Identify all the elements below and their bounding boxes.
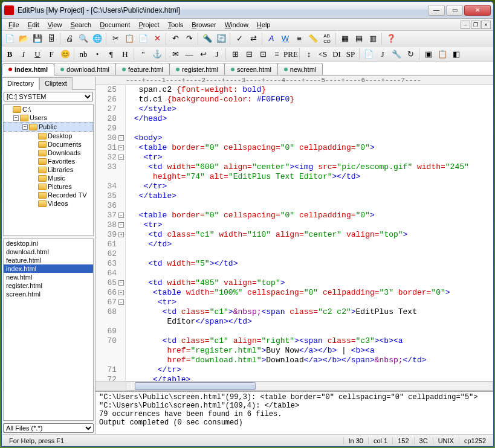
menu-search[interactable]: Search (66, 20, 95, 30)
mdi-close-button[interactable]: × (481, 21, 491, 29)
tree-item[interactable]: Recorded TV (4, 191, 93, 199)
html-tool-29[interactable]: 📋 (436, 48, 449, 61)
tree-item[interactable]: Favorites (4, 157, 93, 165)
file-item[interactable]: download.html (4, 248, 93, 256)
menu-browser[interactable]: Browser (187, 20, 220, 30)
fold-icon[interactable]: + (118, 232, 124, 237)
html-tool-2[interactable]: U (31, 48, 44, 61)
html-tool-30[interactable]: ◧ (450, 48, 463, 61)
tree-item[interactable]: Downloads (4, 149, 93, 157)
html-tool-6[interactable]: • (91, 48, 104, 61)
maximize-button[interactable]: ▭ (446, 5, 463, 16)
file-item[interactable]: new.html (4, 273, 93, 281)
find-button[interactable]: 🔦 (201, 32, 214, 45)
preview-button[interactable]: 🔍 (77, 32, 90, 45)
fold-icon[interactable]: − (118, 280, 124, 286)
tree-item[interactable]: Music (4, 174, 93, 182)
browser-button[interactable]: 🌐 (91, 32, 104, 45)
fold-icon[interactable]: − (118, 135, 124, 141)
new-button[interactable]: 📄 (3, 32, 16, 45)
mdi-restore-button[interactable]: ❐ (471, 21, 480, 29)
html-tool-7[interactable]: ¶ (105, 48, 118, 61)
menu-tools[interactable]: Tools (164, 20, 188, 30)
html-tool-0[interactable]: B (3, 48, 16, 61)
tree-item[interactable]: Desktop (4, 132, 93, 140)
html-tool-3[interactable]: F (45, 48, 58, 61)
html-tool-19[interactable]: PRE (284, 48, 297, 61)
expand-icon[interactable]: − (22, 124, 28, 130)
html-tool-17[interactable]: ⊡ (256, 48, 270, 61)
html-tool-10[interactable]: ⚓ (150, 48, 164, 61)
tab-feature-html[interactable]: feature.html (115, 63, 170, 75)
save-button[interactable]: 💾 (31, 32, 44, 45)
redo-button[interactable]: ↷ (183, 32, 196, 45)
spell-button[interactable]: ✓ (233, 32, 246, 45)
mdi-minimize-button[interactable]: – (461, 21, 470, 29)
filter-select[interactable]: All Files (*.*) (3, 423, 94, 433)
save-all-button[interactable]: 🗄 (45, 32, 58, 45)
cliptext-tab[interactable]: Cliptext (39, 77, 73, 90)
menu-file[interactable]: File (4, 20, 24, 30)
undo-button[interactable]: ↶ (169, 32, 182, 45)
replace-button[interactable]: 🔄 (215, 32, 228, 45)
html-tool-13[interactable]: ↩ (196, 48, 210, 61)
menu-window[interactable]: Window (221, 20, 253, 30)
titlebar[interactable]: EditPlus [My Project] - [C:\Users\Public… (2, 2, 493, 19)
tree-item[interactable]: Pictures (4, 182, 93, 191)
code-content[interactable]: span.c2 {font-weight: bold} td.c1 {backg… (126, 85, 493, 381)
toggle-button[interactable]: ⇄ (247, 32, 260, 45)
html-tool-20[interactable]: ↕ (302, 48, 315, 61)
horizontal-scrollbar[interactable] (95, 381, 493, 391)
hex-button[interactable]: ABCD (320, 32, 334, 45)
html-tool-8[interactable]: H (118, 48, 132, 61)
tab-download-html[interactable]: download.html (54, 63, 116, 75)
file-item[interactable]: desktop.ini (4, 239, 93, 248)
menu-edit[interactable]: Edit (24, 20, 44, 30)
expand-icon[interactable]: − (13, 115, 19, 121)
html-tool-23[interactable]: SP (344, 48, 357, 61)
tree-item[interactable]: C:\ (4, 105, 93, 114)
close-button[interactable]: ✕ (464, 5, 491, 16)
html-tool-27[interactable]: ↻ (404, 48, 417, 61)
folder-tree[interactable]: C:\−Users−PublicDesktopDocumentsDownload… (3, 104, 94, 236)
line-gutter[interactable]: 252627282930−31−32−3334353637−38−39+6162… (95, 85, 126, 381)
tab-register-html[interactable]: register.html (169, 63, 225, 75)
html-tool-28[interactable]: ▣ (422, 48, 435, 61)
html-tool-9[interactable]: " (137, 48, 150, 61)
html-tool-15[interactable]: ⊞ (228, 48, 242, 61)
directory-tab[interactable]: Directory (2, 77, 39, 90)
font-button[interactable]: A (265, 32, 278, 45)
html-tool-16[interactable]: ⊟ (242, 48, 256, 61)
tree-item[interactable]: −Public (4, 122, 93, 132)
file-item[interactable]: screen.html (4, 290, 93, 298)
drive-select[interactable]: [C:] SYSTEM (4, 92, 93, 101)
window3-button[interactable]: ▥ (366, 32, 380, 45)
tab-index-html[interactable]: index.html (2, 63, 54, 75)
html-tool-18[interactable]: ≡ (270, 48, 283, 61)
html-tool-4[interactable]: 😊 (59, 48, 72, 61)
html-tool-21[interactable]: <S (316, 48, 329, 61)
wordwrap-button[interactable]: W (279, 32, 292, 45)
copy-button[interactable]: 📋 (123, 32, 136, 45)
ruler-button[interactable]: 📏 (306, 32, 320, 45)
tree-item[interactable]: −Users (4, 114, 93, 122)
fold-icon[interactable]: − (118, 213, 124, 218)
window2-button[interactable]: ▤ (352, 32, 366, 45)
html-tool-24[interactable]: 📄 (362, 48, 375, 61)
file-item[interactable]: index.html (4, 264, 93, 273)
menu-help[interactable]: Help (253, 20, 275, 30)
help-button[interactable]: ❓ (384, 32, 398, 45)
fold-icon[interactable]: − (118, 155, 124, 160)
cut-button[interactable]: ✂ (109, 32, 122, 45)
scroll-thumb[interactable] (135, 382, 256, 390)
file-item[interactable]: feature.html (4, 256, 93, 264)
output-panel[interactable]: "C:\Users\Public\screen.html"(99,3): <ta… (95, 391, 493, 434)
html-tool-12[interactable]: — (183, 48, 196, 61)
delete-button[interactable]: ✕ (150, 32, 164, 45)
minimize-button[interactable]: — (428, 5, 445, 16)
fold-icon[interactable]: − (118, 290, 124, 295)
fold-icon[interactable]: − (118, 222, 124, 228)
html-tool-22[interactable]: DI (330, 48, 343, 61)
html-tool-26[interactable]: 🔧 (390, 48, 403, 61)
html-tool-25[interactable]: J (376, 48, 389, 61)
